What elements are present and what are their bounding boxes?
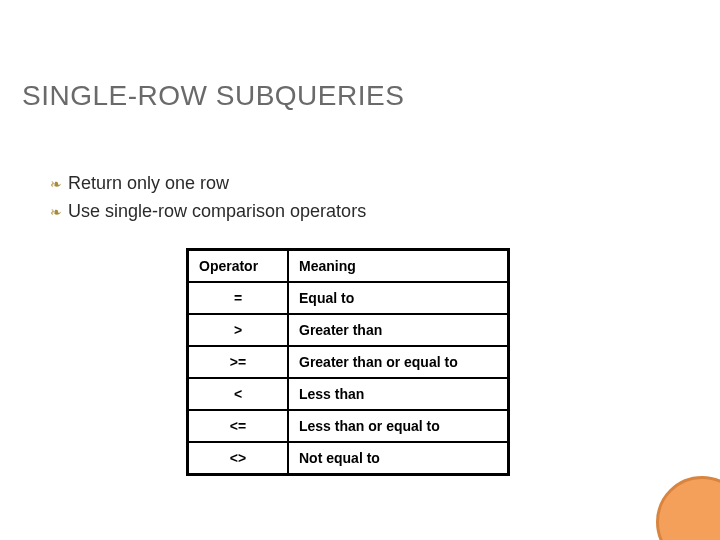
decorative-circle: [656, 476, 720, 540]
list-item: ❧ Return only one row: [50, 170, 366, 198]
header-meaning: Meaning: [288, 250, 509, 283]
cell-operator: <: [188, 378, 289, 410]
cell-operator: >: [188, 314, 289, 346]
bullet-icon: ❧: [50, 177, 62, 191]
cell-meaning: Less than: [288, 378, 509, 410]
cell-operator: <>: [188, 442, 289, 475]
header-operator: Operator: [188, 250, 289, 283]
page-title: SINGLE-ROW SUBQUERIES: [22, 80, 404, 112]
list-item: ❧ Use single-row comparison operators: [50, 198, 366, 226]
bullet-icon: ❧: [50, 205, 62, 219]
cell-meaning: Greater than: [288, 314, 509, 346]
cell-operator: <=: [188, 410, 289, 442]
table-row: >= Greater than or equal to: [188, 346, 509, 378]
table-row: > Greater than: [188, 314, 509, 346]
cell-operator: =: [188, 282, 289, 314]
table-row: <= Less than or equal to: [188, 410, 509, 442]
bullet-list: ❧ Return only one row ❧ Use single-row c…: [50, 170, 366, 226]
table-row: <> Not equal to: [188, 442, 509, 475]
table-row: < Less than: [188, 378, 509, 410]
operator-table: Operator Meaning = Equal to > Greater th…: [186, 248, 510, 476]
bullet-text: Return only one row: [68, 170, 229, 198]
bullet-text: Use single-row comparison operators: [68, 198, 366, 226]
table-row: = Equal to: [188, 282, 509, 314]
cell-operator: >=: [188, 346, 289, 378]
slide: SINGLE-ROW SUBQUERIES ❧ Return only one …: [0, 0, 720, 540]
cell-meaning: Greater than or equal to: [288, 346, 509, 378]
cell-meaning: Not equal to: [288, 442, 509, 475]
cell-meaning: Less than or equal to: [288, 410, 509, 442]
cell-meaning: Equal to: [288, 282, 509, 314]
table-header-row: Operator Meaning: [188, 250, 509, 283]
